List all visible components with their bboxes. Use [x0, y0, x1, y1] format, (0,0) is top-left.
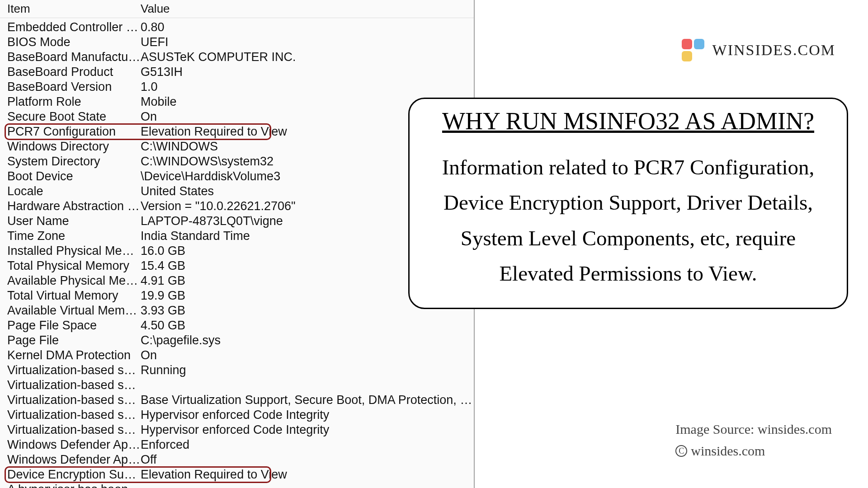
- table-row[interactable]: Device Encryption SupportElevation Requi…: [7, 467, 474, 482]
- row-item: Virtualization-based security ...: [7, 378, 141, 393]
- table-row[interactable]: Boot Device\Device\HarddiskVolume3: [7, 169, 474, 184]
- row-value: ASUSTeK COMPUTER INC.: [141, 50, 474, 65]
- explanation-callout: WHY RUN MSINFO32 AS ADMIN? Information r…: [408, 98, 848, 309]
- table-row[interactable]: Page FileC:\pagefile.sys: [7, 333, 474, 348]
- row-value: UEFI: [141, 35, 474, 50]
- table-row[interactable]: Page File Space4.50 GB: [7, 318, 474, 333]
- row-item: System Directory: [7, 154, 141, 169]
- row-value: Elevation Required to View: [141, 467, 474, 482]
- table-row[interactable]: Embedded Controller Version0.80: [7, 20, 474, 35]
- row-item: Available Virtual Memory: [7, 303, 141, 318]
- row-item: BaseBoard Manufacturer: [7, 50, 141, 65]
- table-row[interactable]: Virtualization-based securityRunning: [7, 363, 474, 378]
- copyright-icon: C: [675, 445, 687, 457]
- table-row[interactable]: Windows DirectoryC:\WINDOWS: [7, 139, 474, 154]
- row-item: Total Virtual Memory: [7, 288, 141, 303]
- table-row[interactable]: Total Physical Memory15.4 GB: [7, 258, 474, 273]
- brand-text: WINSIDES.COM: [712, 42, 835, 59]
- row-item: User Name: [7, 214, 141, 229]
- row-item: Available Physical Memory: [7, 273, 141, 288]
- table-row[interactable]: Windows Defender Applicatio...Enforced: [7, 437, 474, 452]
- table-row[interactable]: Virtualization-based security S...Hyperv…: [7, 408, 474, 422]
- table-row[interactable]: Hardware Abstraction LayerVersion = "10.…: [7, 199, 474, 214]
- row-item: Secure Boot State: [7, 109, 141, 124]
- row-item: BaseBoard Version: [7, 80, 141, 94]
- table-row[interactable]: Available Physical Memory4.91 GB: [7, 273, 474, 288]
- table-row[interactable]: PCR7 ConfigurationElevation Required to …: [7, 124, 474, 139]
- row-item: Total Physical Memory: [7, 258, 141, 273]
- callout-title: WHY RUN MSINFO32 AS ADMIN?: [428, 107, 829, 135]
- row-item: Locale: [7, 184, 141, 199]
- table-row[interactable]: Installed Physical Memory (RA...16.0 GB: [7, 244, 474, 258]
- row-value: Base Virtualization Support, Secure Boot…: [141, 393, 474, 408]
- row-value: [141, 482, 474, 488]
- table-row[interactable]: Total Virtual Memory19.9 GB: [7, 288, 474, 303]
- row-item: Windows Directory: [7, 139, 141, 154]
- footer-credits: Image Source: winsides.com C winsides.co…: [675, 418, 832, 462]
- row-value: On: [141, 348, 474, 363]
- brand-logo-icon: [682, 39, 704, 61]
- table-row[interactable]: Available Virtual Memory3.93 GB: [7, 303, 474, 318]
- row-item: Boot Device: [7, 169, 141, 184]
- table-row[interactable]: Platform RoleMobile: [7, 94, 474, 109]
- msinfo32-panel: Item Value Embedded Controller Version0.…: [0, 0, 475, 488]
- row-value: 1.0: [141, 80, 474, 94]
- copyright-text: winsides.com: [691, 440, 765, 462]
- row-item: BIOS Mode: [7, 35, 141, 50]
- row-item: PCR7 Configuration: [7, 124, 141, 139]
- row-item: Virtualization-based security ...: [7, 393, 141, 408]
- table-row[interactable]: BaseBoard ProductG513IH: [7, 65, 474, 80]
- row-value: 0.80: [141, 20, 474, 35]
- table-row[interactable]: A hypervisor has been detecte: [7, 482, 474, 488]
- row-value: Enforced: [141, 437, 474, 452]
- table-row[interactable]: System DirectoryC:\WINDOWS\system32: [7, 154, 474, 169]
- column-header-item[interactable]: Item: [7, 2, 141, 16]
- row-item: BaseBoard Product: [7, 65, 141, 80]
- table-row[interactable]: BaseBoard Version1.0: [7, 80, 474, 94]
- copyright-line: C winsides.com: [675, 440, 832, 462]
- table-row[interactable]: LocaleUnited States: [7, 184, 474, 199]
- row-value: G513IH: [141, 65, 474, 80]
- brand-block: WINSIDES.COM: [682, 39, 835, 61]
- table-row[interactable]: Virtualization-based security S...Hyperv…: [7, 422, 474, 437]
- table-row[interactable]: User NameLAPTOP-4873LQ0T\vigne: [7, 214, 474, 229]
- row-item: Hardware Abstraction Layer: [7, 199, 141, 214]
- msinfo-rows: Embedded Controller Version0.80BIOS Mode…: [0, 18, 474, 488]
- row-item: Kernel DMA Protection: [7, 348, 141, 363]
- row-item: Page File Space: [7, 318, 141, 333]
- table-row[interactable]: Kernel DMA ProtectionOn: [7, 348, 474, 363]
- row-item: A hypervisor has been detecte: [7, 482, 141, 488]
- callout-body: Information related to PCR7 Configuratio…: [428, 150, 829, 291]
- row-value: C:\pagefile.sys: [141, 333, 474, 348]
- table-row[interactable]: Virtualization-based security ...: [7, 378, 474, 393]
- table-row[interactable]: Secure Boot StateOn: [7, 109, 474, 124]
- table-row[interactable]: BaseBoard ManufacturerASUSTeK COMPUTER I…: [7, 50, 474, 65]
- row-item: Installed Physical Memory (RA...: [7, 244, 141, 258]
- column-header-value[interactable]: Value: [141, 2, 474, 16]
- row-value: Off: [141, 452, 474, 467]
- row-item: Device Encryption Support: [7, 467, 141, 482]
- row-item: Windows Defender Applicatio...: [7, 452, 141, 467]
- table-row[interactable]: BIOS ModeUEFI: [7, 35, 474, 50]
- row-item: Virtualization-based security S...: [7, 408, 141, 422]
- row-value: Hypervisor enforced Code Integrity: [141, 422, 474, 437]
- row-item: Embedded Controller Version: [7, 20, 141, 35]
- row-item: Virtualization-based security S...: [7, 422, 141, 437]
- table-row[interactable]: Virtualization-based security ...Base Vi…: [7, 393, 474, 408]
- row-item: Time Zone: [7, 229, 141, 244]
- row-value: Running: [141, 363, 474, 378]
- row-value: 4.50 GB: [141, 318, 474, 333]
- msinfo-header-row[interactable]: Item Value: [0, 0, 474, 18]
- row-item: Page File: [7, 333, 141, 348]
- row-item: Platform Role: [7, 94, 141, 109]
- row-value: Hypervisor enforced Code Integrity: [141, 408, 474, 422]
- row-item: Windows Defender Applicatio...: [7, 437, 141, 452]
- image-source-text: Image Source: winsides.com: [675, 418, 832, 440]
- table-row[interactable]: Time ZoneIndia Standard Time: [7, 229, 474, 244]
- table-row[interactable]: Windows Defender Applicatio...Off: [7, 452, 474, 467]
- row-value: [141, 378, 474, 393]
- row-item: Virtualization-based security: [7, 363, 141, 378]
